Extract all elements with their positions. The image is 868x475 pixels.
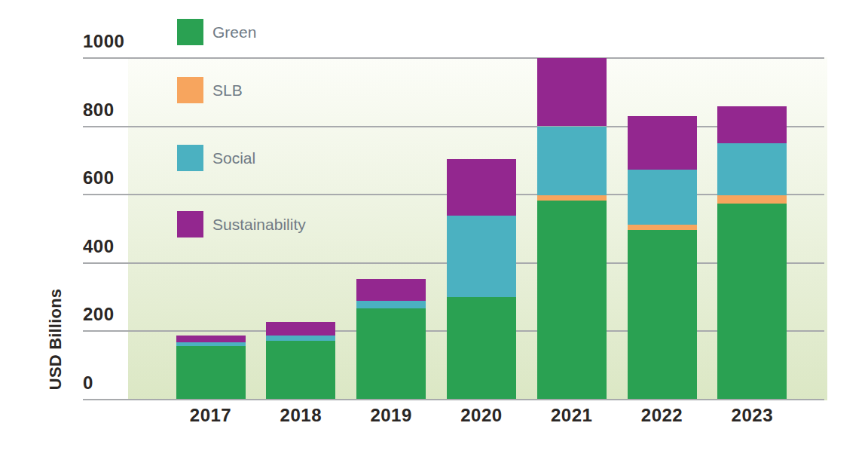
plot-area: 0200400600800100020172018201920202021202… xyxy=(0,0,868,475)
y-tick-label-800: 800 xyxy=(83,100,115,120)
x-tick-label-2017: 2017 xyxy=(166,406,256,425)
x-tick-label-2022: 2022 xyxy=(617,406,708,425)
x-tick-label-2021: 2021 xyxy=(527,406,617,425)
bar-2023-social-segment xyxy=(717,143,787,195)
y-tick-label-0: 0 xyxy=(83,373,93,393)
bar-2021-green-segment xyxy=(537,201,607,399)
gridline-800 xyxy=(83,126,824,127)
bar-2019-green-segment xyxy=(356,308,426,399)
x-tick-label-2023: 2023 xyxy=(707,406,797,425)
gridline-1000 xyxy=(83,57,824,59)
x-axis-line xyxy=(83,399,824,400)
bar-2021-slb-segment xyxy=(537,195,607,201)
y-tick-label-400: 400 xyxy=(83,237,115,256)
bar-2018-sustainability-segment xyxy=(266,322,335,336)
bar-2018-green-segment xyxy=(266,341,335,399)
y-tick-label-200: 200 xyxy=(83,305,115,324)
bar-2023-slb-segment xyxy=(717,195,787,204)
x-tick-label-2018: 2018 xyxy=(255,406,346,425)
bar-2020-social-segment xyxy=(447,216,516,296)
bar-2020-green-segment xyxy=(447,297,516,399)
bar-2022-slb-segment xyxy=(628,225,697,230)
bar-2023-green-segment xyxy=(717,204,787,399)
bar-2023-sustainability-segment xyxy=(717,106,787,143)
bar-2019-sustainability-segment xyxy=(356,279,426,301)
bar-2018-social-segment xyxy=(266,336,335,341)
bar-2022-social-segment xyxy=(628,170,697,224)
bar-2022-sustainability-segment xyxy=(628,116,697,170)
chart-canvas: USD Billions 020040060080010002017201820… xyxy=(0,0,868,475)
bar-2017-green-segment xyxy=(176,346,246,399)
bar-2021-social-segment xyxy=(537,127,607,196)
x-tick-label-2020: 2020 xyxy=(436,406,527,425)
bar-2019-social-segment xyxy=(356,301,426,308)
bar-2022-green-segment xyxy=(628,230,697,399)
bar-2021-sustainability-segment xyxy=(537,58,607,127)
x-tick-label-2019: 2019 xyxy=(346,406,436,425)
bar-2017-social-segment xyxy=(176,342,246,346)
bar-2017-sustainability-segment xyxy=(176,336,246,342)
y-tick-label-600: 600 xyxy=(83,168,115,188)
y-tick-label-1000: 1000 xyxy=(83,32,124,51)
bar-2020-sustainability-segment xyxy=(447,159,516,216)
